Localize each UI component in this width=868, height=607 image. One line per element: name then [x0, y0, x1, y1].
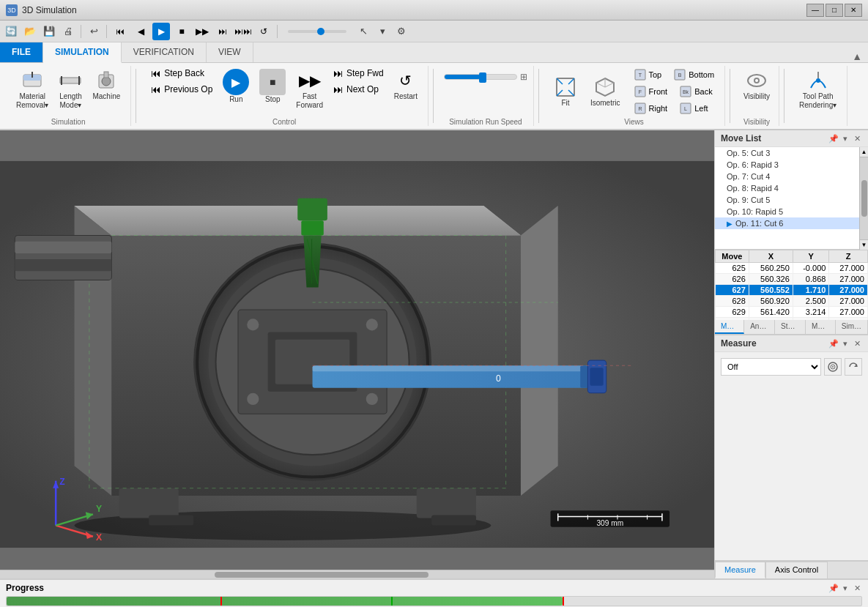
play-button[interactable]: ▶	[152, 23, 170, 40]
material-removal-button[interactable]: MaterialRemoval▾	[12, 66, 53, 113]
fast-forward-button[interactable]: ▶▶ FastForward	[292, 66, 327, 113]
step-back-button[interactable]: ◀	[132, 23, 149, 40]
speed-slider[interactable]	[288, 30, 346, 33]
skip-forward-button[interactable]: ⏭	[214, 23, 231, 40]
br-tab-axis-control[interactable]: Axis Control	[765, 562, 828, 578]
restart-button[interactable]: ↺ Restart	[390, 66, 422, 104]
tab-simulation[interactable]: SIMULATION	[43, 42, 122, 63]
x-628: 560.920	[749, 296, 793, 307]
save-button[interactable]: 💾	[41, 23, 57, 40]
speed-slider-thumb[interactable]	[479, 72, 486, 83]
op-item-10[interactable]: Op. 10: Rapid 5	[715, 206, 859, 217]
restart-toolbar-button[interactable]: ↺	[255, 23, 272, 40]
ribbon-collapse-button[interactable]: ▲	[852, 51, 862, 62]
next-op-button[interactable]: ⏭ Next Op	[329, 82, 388, 97]
dropdown-arrow[interactable]: ▾	[374, 23, 390, 40]
measure-collapse[interactable]: ▾	[840, 338, 850, 349]
right-panel-bottom-tabs: Measure Axis Control	[715, 561, 868, 578]
back-view-button[interactable]: Bk Back	[675, 83, 716, 100]
settings-button[interactable]: ⚙	[393, 23, 409, 40]
tab-view[interactable]: VIEW	[207, 42, 253, 62]
close-button[interactable]: ✕	[845, 4, 862, 17]
tab-file[interactable]: FILE	[0, 42, 43, 62]
visibility-button[interactable]: Visibility	[741, 66, 773, 103]
progress-bar-track[interactable]	[6, 596, 862, 606]
op-item-9[interactable]: Op. 9: Cut 5	[715, 194, 859, 206]
measure-pin[interactable]: 📌	[828, 338, 839, 349]
fast-forward-label: FastForward	[296, 92, 323, 110]
toolpath-rendering-button[interactable]: Tool PathRendering▾	[795, 66, 841, 113]
tab-verification[interactable]: VERIFICATION	[122, 42, 207, 62]
tab-simulation[interactable]: Simu...	[836, 320, 868, 334]
machine-button[interactable]: Machine	[88, 66, 125, 104]
bottom-view-button[interactable]: B Bottom	[669, 67, 719, 83]
visibility-label: Visibility	[743, 92, 770, 100]
op-item-6[interactable]: Op. 6: Rapid 3	[715, 159, 859, 171]
tab-analysis[interactable]: Anal...	[744, 320, 775, 334]
progress-close[interactable]: ✕	[852, 583, 862, 593]
fast-forward-button[interactable]: ▶▶	[193, 23, 211, 40]
previous-op-button[interactable]: ⏮ Previous Op	[146, 82, 217, 97]
new-button[interactable]: 🔄	[3, 23, 19, 40]
svg-point-32	[755, 79, 758, 82]
measure-refresh-btn[interactable]	[845, 358, 862, 376]
viewport-hscroll-thumb[interactable]	[215, 572, 429, 578]
measure-target-btn[interactable]	[824, 358, 842, 376]
fit-button[interactable]: Fit	[549, 72, 582, 111]
maximize-button[interactable]: □	[826, 4, 843, 17]
end-button[interactable]: ⏭⏭	[234, 23, 252, 40]
isometric-button[interactable]: Isometric	[586, 72, 625, 111]
progress-pin[interactable]: 📌	[828, 583, 839, 593]
ribbon: FILE SIMULATION VERIFICATION VIEW ▲ Mate…	[0, 42, 868, 130]
op-item-7[interactable]: Op. 7: Cut 4	[715, 171, 859, 182]
sep-sim-control	[136, 69, 136, 123]
tab-statistics[interactable]: Stati...	[775, 320, 806, 334]
move-list-collapse[interactable]: ▾	[840, 133, 850, 144]
op-scroll-down[interactable]: ▼	[860, 239, 868, 250]
stop-button[interactable]: ■ Stop	[255, 66, 290, 107]
operation-list[interactable]: Op. 5: Cut 3 Op. 6: Rapid 3 Op. 7: Cut 4…	[715, 147, 859, 250]
left-view-button[interactable]: L Left	[675, 100, 712, 116]
step-fwd-icon: ⏭	[333, 67, 344, 79]
undo-button[interactable]: ↩	[86, 23, 102, 40]
move-list-close[interactable]: ✕	[852, 133, 862, 144]
top-view-button[interactable]: T Top	[629, 67, 667, 83]
tab-machine[interactable]: Mac...	[806, 320, 836, 334]
measure-title: Measure	[721, 338, 757, 349]
speed-expand-icon[interactable]: ⊞	[520, 72, 527, 82]
move-list-pin[interactable]: 📌	[828, 133, 839, 144]
br-tab-measure[interactable]: Measure	[715, 562, 765, 578]
progress-collapse[interactable]: ▾	[840, 583, 850, 593]
op-item-5[interactable]: Op. 5: Cut 3	[715, 147, 859, 159]
op-scroll-thumb[interactable]	[861, 180, 867, 217]
length-mode-button[interactable]: LengthMode▾	[54, 66, 86, 113]
skip-back-button[interactable]: ⏮	[111, 23, 129, 40]
viewport[interactable]: 0 Z X Y	[0, 130, 714, 578]
move-626: 626	[716, 274, 749, 285]
cursor-mode-button[interactable]: ↖	[355, 23, 371, 40]
svg-line-17	[605, 83, 614, 87]
step-back-button[interactable]: ⏮ Step Back	[146, 66, 217, 81]
viewport-hscrollbar[interactable]	[0, 570, 714, 578]
prev-op-icon: ⏮	[151, 83, 161, 95]
run-button[interactable]: ▶ Run	[218, 66, 253, 107]
measure-dropdown[interactable]: Off Distance Angle Radius	[721, 358, 821, 376]
op-list-vscrollbar[interactable]: ▲ ▼	[859, 147, 868, 250]
front-label: Front	[649, 87, 668, 96]
print-button[interactable]: 🖨	[60, 23, 76, 40]
front-view-button[interactable]: F Front	[629, 83, 672, 100]
right-view-button[interactable]: R Right	[629, 100, 672, 116]
op-item-11[interactable]: ▶ Op. 11: Cut 6	[715, 217, 859, 229]
measure-close[interactable]: ✕	[852, 338, 862, 349]
progress-title: Progress	[6, 583, 44, 593]
op-item-8[interactable]: Op. 8: Rapid 4	[715, 182, 859, 194]
tab-moves[interactable]: Mov...	[715, 320, 744, 334]
open-button[interactable]: 📂	[22, 23, 38, 40]
stop-button[interactable]: ■	[173, 23, 190, 40]
minimize-button[interactable]: —	[806, 4, 824, 17]
svg-marker-40	[521, 206, 558, 496]
step-fwd-button[interactable]: ⏭ Step Fwd	[329, 66, 388, 81]
op-scroll-up[interactable]: ▲	[860, 147, 868, 157]
simulation-speed-slider[interactable]	[444, 74, 517, 80]
speed-thumb[interactable]	[317, 28, 324, 35]
